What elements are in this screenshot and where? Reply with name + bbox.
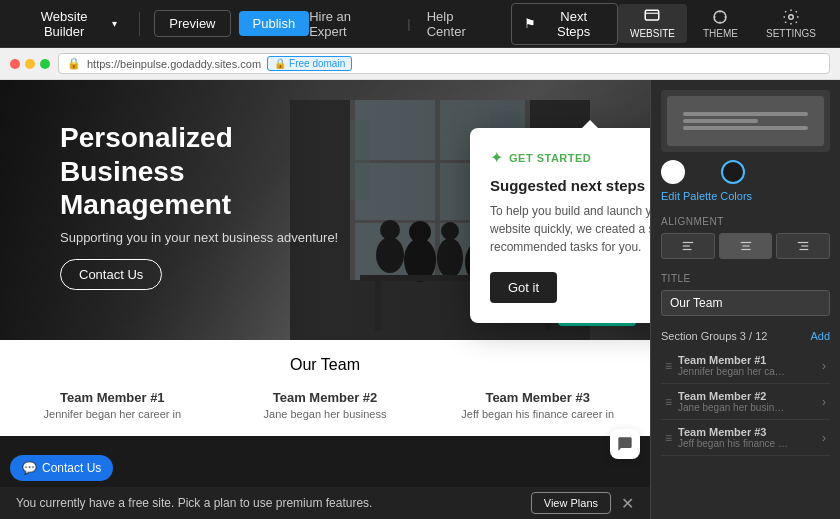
next-steps-button[interactable]: ⚑ Next Steps (511, 3, 618, 45)
svg-rect-28 (683, 249, 692, 250)
toolbar-right: WEBSITE THEME SETTINGS (618, 4, 828, 43)
theme-line-2 (683, 119, 758, 123)
svg-rect-29 (740, 242, 751, 243)
toolbar-divider (139, 12, 140, 36)
title-section: Title (661, 273, 830, 316)
team-member-3-desc: Jeff began his finance career in (441, 408, 634, 420)
chat-widget-icon: 💬 (22, 461, 37, 475)
hero-contact-button[interactable]: Contact Us (60, 259, 162, 290)
free-domain-label: Free domain (289, 58, 345, 69)
website-builder-button[interactable]: Website Builder ▾ (12, 5, 125, 43)
theme-line-1 (683, 112, 809, 116)
svg-rect-32 (798, 242, 809, 243)
color-swatch-dark[interactable] (691, 160, 715, 184)
suggested-steps-modal: ✦ GET STARTED Suggested next steps To he… (470, 128, 650, 323)
team-section-title: Our Team (16, 356, 634, 374)
hero-title: Personalized Business Management (60, 121, 360, 222)
group-desc-1: Jennifer began her career in April... (678, 366, 788, 377)
align-left-button[interactable] (661, 233, 715, 259)
team-member-1-desc: Jennifer began her career in (16, 408, 209, 420)
center-divider: | (407, 16, 410, 31)
browser-bar: 🔒 https://beinpulse.godaddy.sites.com 🔒 … (0, 48, 840, 80)
modal-arrow (582, 120, 598, 128)
edit-palette-link[interactable]: Edit Palette Colors (661, 190, 830, 202)
alignment-row (661, 233, 830, 259)
svg-rect-33 (801, 245, 808, 246)
svg-rect-31 (741, 249, 750, 250)
color-swatch-white[interactable] (661, 160, 685, 184)
align-center-icon (739, 239, 753, 253)
group-desc-2: Jane began her business manage... (678, 402, 788, 413)
svg-rect-34 (800, 249, 809, 250)
got-it-button[interactable]: Got it (490, 272, 557, 303)
group-info-2: Team Member #2 Jane began her business m… (678, 390, 816, 413)
modal-header: ✦ GET STARTED (490, 148, 650, 167)
team-member-2-desc: Jane began her business (229, 408, 422, 420)
settings-tab-button[interactable]: SETTINGS (754, 4, 828, 43)
svg-point-2 (789, 15, 794, 20)
title-label: Title (661, 273, 830, 284)
alignment-section: Alignment (661, 216, 830, 259)
align-right-button[interactable] (776, 233, 830, 259)
preview-button[interactable]: Preview (154, 10, 230, 37)
group-info-1: Team Member #1 Jennifer began her career… (678, 354, 816, 377)
free-domain-badge: 🔒 Free domain (267, 56, 352, 71)
website-tab-label: WEBSITE (630, 28, 675, 39)
section-groups-section: Section Groups 3 / 12 Add ≡ Team Member … (661, 330, 830, 456)
group-desc-3: Jeff began his finance career in Ap... (678, 438, 788, 449)
section-groups-label: Section Groups 3 / 12 (661, 330, 767, 342)
section-groups-header: Section Groups 3 / 12 Add (661, 330, 830, 342)
chevron-right-icon-2: › (822, 395, 826, 409)
add-group-button[interactable]: Add (810, 330, 830, 342)
group-name-1: Team Member #1 (678, 354, 816, 366)
website-tab-button[interactable]: WEBSITE (618, 4, 687, 43)
chat-icon-svg (617, 436, 633, 452)
svg-rect-0 (646, 10, 660, 20)
flag-icon: ⚑ (524, 16, 536, 31)
main-content: Personalized Business Management Support… (0, 80, 840, 519)
theme-preview-section: Edit Palette Colors (661, 90, 830, 202)
lock-icon: 🔒 (67, 57, 81, 70)
url-bar[interactable]: 🔒 https://beinpulse.godaddy.sites.com 🔒 … (58, 53, 830, 74)
right-panel: Edit Palette Colors Alignment Title (650, 80, 840, 519)
modal-description: To help you build and launch your websit… (490, 202, 650, 256)
browser-dots (10, 59, 50, 69)
view-plans-button[interactable]: View Plans (531, 492, 611, 514)
maximize-dot (40, 59, 50, 69)
banner-text: You currently have a free site. Pick a p… (16, 496, 372, 510)
align-center-button[interactable] (719, 233, 773, 259)
group-item-1[interactable]: ≡ Team Member #1 Jennifer began her care… (661, 348, 830, 384)
website-builder-label: Website Builder (20, 9, 108, 39)
group-info-3: Team Member #3 Jeff began his finance ca… (678, 426, 816, 449)
svg-rect-27 (683, 245, 690, 246)
theme-tab-button[interactable]: THEME (691, 4, 750, 43)
drag-handle-3: ≡ (665, 431, 672, 445)
help-center-link[interactable]: Help Center (427, 9, 496, 39)
group-item-3[interactable]: ≡ Team Member #3 Jeff began his finance … (661, 420, 830, 456)
theme-preview-lines (683, 112, 809, 130)
contact-us-widget[interactable]: 💬 Contact Us (10, 455, 113, 481)
chevron-down-icon: ▾ (112, 18, 117, 29)
chevron-right-icon-3: › (822, 431, 826, 445)
theme-preview-inner (667, 96, 824, 146)
title-input[interactable] (661, 290, 830, 316)
chat-icon[interactable] (610, 429, 640, 459)
align-right-icon (796, 239, 810, 253)
team-member-3-name: Team Member #3 (441, 390, 634, 405)
domain-icon: 🔒 (274, 58, 286, 69)
align-left-icon (681, 239, 695, 253)
url-text: https://beinpulse.godaddy.sites.com (87, 58, 261, 70)
team-member-2: Team Member #2 Jane began her business (229, 390, 422, 420)
drag-handle-2: ≡ (665, 395, 672, 409)
color-swatches (661, 160, 830, 184)
next-steps-label: Next Steps (542, 9, 605, 39)
theme-preview (661, 90, 830, 152)
close-banner-button[interactable]: ✕ (621, 494, 634, 513)
group-item-2[interactable]: ≡ Team Member #2 Jane began her business… (661, 384, 830, 420)
color-swatch-black[interactable] (721, 160, 745, 184)
publish-button[interactable]: Publish (239, 11, 310, 36)
toolbar-center: Hire an Expert | Help Center ⚑ Next Step… (309, 3, 618, 45)
chevron-right-icon-1: › (822, 359, 826, 373)
svg-rect-26 (683, 242, 694, 243)
hire-expert-link[interactable]: Hire an Expert (309, 9, 391, 39)
